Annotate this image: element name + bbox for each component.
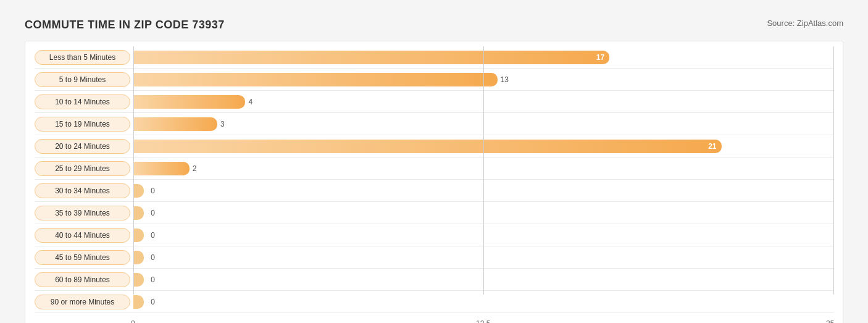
bar-value: 17 (596, 53, 604, 62)
bar-row: 90 or more Minutes0 (35, 291, 833, 313)
bar-row: 30 to 34 Minutes0 (35, 180, 833, 202)
bar-fill (133, 273, 144, 287)
bar-label: 40 to 44 Minutes (35, 228, 130, 243)
bar-fill: 17 (133, 51, 609, 64)
bar-row: 25 to 29 Minutes2 (35, 157, 833, 180)
bar-label: 45 to 59 Minutes (35, 250, 130, 265)
bar-row: 45 to 59 Minutes0 (35, 246, 833, 269)
chart-header: COMMUTE TIME IN ZIP CODE 73937 Source: Z… (25, 19, 843, 31)
bar-row: 15 to 19 Minutes3 (35, 113, 833, 135)
bar-value: 0 (151, 231, 155, 240)
bar-fill (133, 184, 144, 198)
chart-title: COMMUTE TIME IN ZIP CODE 73937 (25, 19, 225, 31)
bar-label: Less than 5 Minutes (35, 50, 130, 65)
bar-value: 0 (151, 253, 155, 262)
bar-value: 4 (248, 98, 252, 106)
bar-row: 10 to 14 Minutes4 (35, 91, 833, 113)
bar-label: 20 to 24 Minutes (35, 139, 130, 154)
bar-fill (133, 295, 144, 309)
bar-label: 10 to 14 Minutes (35, 94, 130, 109)
bar-track: 0 (133, 295, 833, 309)
bar-track: 0 (133, 273, 833, 287)
bars-wrapper: Less than 5 Minutes175 to 9 Minutes1310 … (35, 46, 833, 313)
bar-row: 35 to 39 Minutes0 (35, 202, 833, 224)
grid-line (833, 46, 834, 295)
bar-label: 5 to 9 Minutes (35, 72, 130, 87)
bar-row: 40 to 44 Minutes0 (35, 224, 833, 246)
bar-value: 3 (220, 120, 225, 128)
bar-label: 35 to 39 Minutes (35, 206, 130, 220)
bar-label: 60 to 89 Minutes (35, 272, 130, 287)
bar-fill (133, 117, 217, 131)
x-axis-label: 12.5 (476, 319, 490, 323)
bar-label: 90 or more Minutes (35, 295, 130, 309)
bar-fill (133, 229, 144, 242)
bar-value: 2 (193, 164, 197, 173)
bar-track: 13 (133, 73, 833, 86)
bar-fill (133, 95, 245, 109)
bar-value: 21 (708, 142, 716, 151)
x-axis-label: 25 (826, 319, 834, 323)
chart-source: Source: ZipAtlas.com (767, 19, 843, 28)
bar-row: Less than 5 Minutes17 (35, 46, 833, 69)
bar-value: 0 (151, 209, 155, 217)
bar-track: 4 (133, 95, 833, 109)
bar-track: 17 (133, 51, 833, 64)
bar-row: 60 to 89 Minutes0 (35, 269, 833, 291)
bar-value: 0 (151, 298, 155, 306)
chart-area: Less than 5 Minutes175 to 9 Minutes1310 … (25, 41, 843, 323)
bar-fill (133, 73, 498, 86)
bar-track: 0 (133, 206, 833, 220)
bar-label: 15 to 19 Minutes (35, 117, 130, 132)
bar-track: 2 (133, 162, 833, 175)
bar-value: 0 (151, 187, 155, 195)
bar-track: 0 (133, 251, 833, 264)
bar-track: 3 (133, 117, 833, 131)
bar-row: 5 to 9 Minutes13 (35, 69, 833, 91)
bar-value: 0 (151, 275, 155, 284)
x-axis-label: 0 (131, 319, 135, 323)
bar-row: 20 to 24 Minutes21 (35, 135, 833, 157)
bar-track: 0 (133, 184, 833, 198)
bar-fill (133, 251, 144, 264)
chart-container: COMMUTE TIME IN ZIP CODE 73937 Source: Z… (12, 12, 856, 323)
x-axis: 012.525 (133, 316, 833, 323)
bar-label: 25 to 29 Minutes (35, 161, 130, 176)
bar-track: 0 (133, 229, 833, 242)
bar-track: 21 (133, 140, 833, 153)
bar-fill (133, 162, 190, 175)
bar-value: 13 (501, 75, 509, 84)
bar-fill: 21 (133, 140, 722, 153)
bar-fill (133, 206, 144, 220)
bar-label: 30 to 34 Minutes (35, 183, 130, 198)
